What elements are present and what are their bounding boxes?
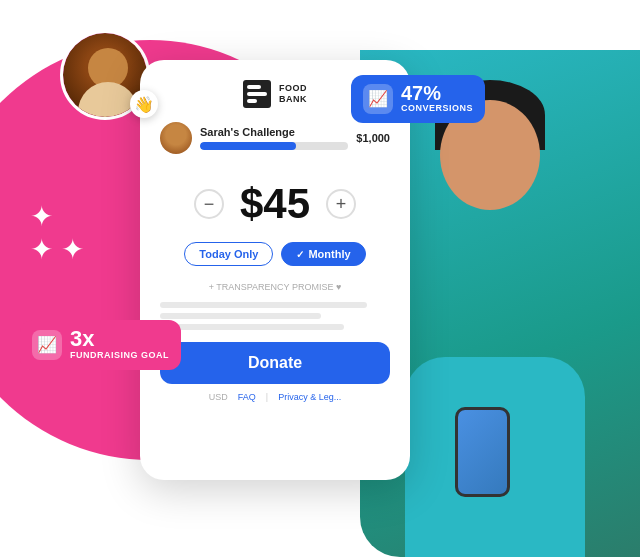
- progress-bar-container: [200, 142, 348, 150]
- check-icon: ✓: [296, 249, 304, 260]
- challenge-name: Sarah's Challenge: [200, 126, 348, 138]
- fundraising-multiplier: 3x: [70, 328, 169, 350]
- challenge-amount: $1,000: [356, 132, 390, 144]
- today-only-button[interactable]: Today Only: [184, 242, 273, 266]
- placeholder-lines: [160, 302, 390, 330]
- fundraising-icon: 📈: [32, 330, 62, 360]
- increase-button[interactable]: +: [326, 189, 356, 219]
- conversions-icon: 📈: [363, 84, 393, 114]
- progress-bar-fill: [200, 142, 296, 150]
- logo-icon: [243, 80, 271, 108]
- wave-badge: 👋: [130, 90, 158, 118]
- fundraising-badge: 📈 3x FUNDRAISING GOAL: [20, 320, 181, 370]
- footer-separator: |: [266, 392, 268, 402]
- phone-screen: [458, 410, 507, 494]
- amount-display: − $45 +: [194, 180, 356, 228]
- toggle-row: Today Only ✓ Monthly: [184, 242, 365, 266]
- donate-button[interactable]: Donate: [160, 342, 390, 384]
- monthly-button[interactable]: ✓ Monthly: [281, 242, 365, 266]
- stars-decoration: ✦✦ ✦: [30, 200, 84, 266]
- currency-label: USD: [209, 392, 228, 402]
- amount-value: $45: [240, 180, 310, 228]
- challenge-row: Sarah's Challenge $1,000: [160, 122, 390, 154]
- decrease-button[interactable]: −: [194, 189, 224, 219]
- gray-line-1: [160, 302, 367, 308]
- faq-link[interactable]: FAQ: [238, 392, 256, 402]
- fundraising-text: 3x FUNDRAISING GOAL: [70, 328, 169, 362]
- privacy-link[interactable]: Privacy & Leg...: [278, 392, 341, 402]
- challenge-avatar: [160, 122, 192, 154]
- conversions-text: 47% CONVERSIONS: [401, 83, 473, 115]
- fundraising-label: FUNDRAISING GOAL: [70, 350, 169, 362]
- person-phone: [455, 407, 510, 497]
- gray-line-2: [160, 313, 321, 319]
- card-footer: USD FAQ | Privacy & Leg...: [209, 392, 341, 402]
- conversions-label: CONVERSIONS: [401, 103, 473, 115]
- conversions-percent: 47%: [401, 83, 473, 103]
- conversions-badge: 📈 47% CONVERSIONS: [351, 75, 485, 123]
- challenge-info: Sarah's Challenge: [200, 126, 348, 150]
- logo-text: FOOD BANK: [279, 83, 307, 105]
- transparency-promise: + TRANSPARENCY PROMISE ♥: [209, 282, 342, 292]
- donation-card: FOOD BANK Sarah's Challenge $1,000 − $45…: [140, 60, 410, 480]
- foodbank-logo: FOOD BANK: [243, 80, 307, 108]
- gray-line-3: [160, 324, 344, 330]
